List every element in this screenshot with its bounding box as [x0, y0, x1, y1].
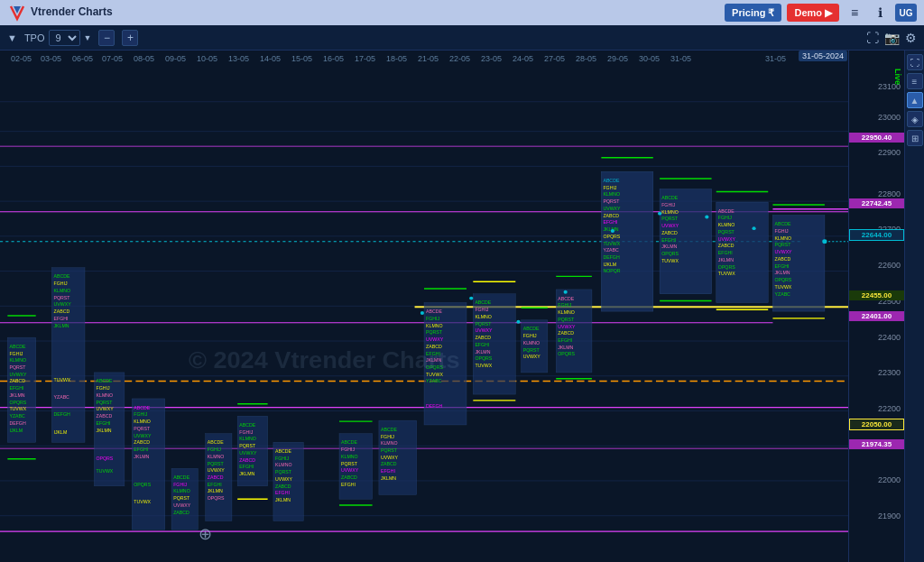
tpo-select[interactable]: 9 — [49, 30, 80, 46]
svg-text:PQRST: PQRST — [475, 321, 491, 327]
date-label-17: 24-05 — [513, 54, 533, 63]
svg-text:FGHIJ: FGHIJ — [558, 302, 572, 308]
svg-text:KLMNO: KLMNO — [208, 454, 225, 459]
price-22800: 22800 — [878, 189, 901, 198]
svg-text:JKLMN: JKLMN — [558, 345, 573, 350]
tpo-label-area: TPO 9 ▼ — [24, 30, 92, 46]
svg-text:OPQRS: OPQRS — [134, 482, 151, 487]
rt-layout-button[interactable]: ⊞ — [907, 130, 923, 146]
svg-text:FGHIJ: FGHIJ — [134, 411, 148, 417]
price-22400: 22400 — [878, 333, 901, 342]
svg-text:PQRST: PQRST — [341, 461, 357, 466]
svg-text:UVWXY: UVWXY — [97, 407, 115, 412]
svg-text:ABCDE: ABCDE — [426, 309, 443, 314]
svg-text:KLMNO: KLMNO — [426, 323, 443, 328]
svg-text:PQRST: PQRST — [661, 217, 678, 222]
svg-text:EFGHI: EFGHI — [275, 491, 290, 496]
date-label-7: 10-05 — [197, 54, 217, 63]
svg-text:FGHIJ: FGHIJ — [275, 456, 290, 461]
svg-text:PQRST: PQRST — [558, 317, 574, 322]
svg-text:UVWXY: UVWXY — [134, 433, 152, 438]
svg-text:ABCDE: ABCDE — [523, 327, 541, 332]
svg-text:JKLMN: JKLMN — [718, 257, 734, 263]
svg-text:IJKLM: IJKLM — [9, 428, 23, 433]
svg-text:UVWXY: UVWXY — [9, 372, 27, 377]
toolbar-dropdown-icon: ▼ — [84, 33, 92, 42]
svg-point-234 — [516, 320, 520, 324]
svg-text:JKLMN: JKLMN — [775, 271, 790, 276]
svg-text:ABCDE: ABCDE — [9, 344, 26, 349]
svg-text:ABCDE: ABCDE — [775, 221, 792, 226]
date-label-1: 02-05 — [11, 54, 32, 63]
date-label-22: 31-05 — [670, 54, 691, 63]
toolbar-right: ⛶ 📷 ⚙ — [866, 31, 917, 45]
svg-text:UVWXY: UVWXY — [381, 455, 399, 460]
svg-text:ZABCD: ZABCD — [208, 474, 224, 480]
svg-text:FGHIJ: FGHIJ — [239, 429, 254, 435]
svg-text:OPQRS: OPQRS — [558, 352, 575, 357]
svg-text:PQRST: PQRST — [208, 461, 224, 466]
svg-text:UVWXY: UVWXY — [603, 206, 621, 211]
svg-text:ZABCD: ZABCD — [661, 230, 678, 235]
svg-point-238 — [705, 216, 708, 219]
date-label-8: 13-05 — [228, 54, 249, 63]
date-label-5: 08-05 — [134, 54, 154, 63]
svg-point-233 — [469, 297, 473, 300]
price-tag-22401: 22401.00 — [849, 311, 904, 321]
tpo-label: TPO — [24, 32, 45, 43]
svg-text:FGHIJ: FGHIJ — [97, 385, 111, 391]
svg-text:ZABCD: ZABCD — [341, 474, 357, 480]
price-23000: 23000 — [878, 113, 901, 122]
hamburger-button[interactable]: ≡ — [845, 3, 864, 23]
svg-text:ABCDE: ABCDE — [134, 405, 151, 410]
svg-text:ZABCD: ZABCD — [9, 379, 25, 384]
svg-text:JKLMN: JKLMN — [208, 489, 223, 494]
rt-indicator1-button[interactable]: ▲ — [907, 92, 923, 108]
price-22200: 22200 — [878, 404, 901, 413]
svg-text:EFGHI: EFGHI — [381, 468, 395, 474]
svg-text:ABCDE: ABCDE — [341, 439, 358, 445]
rt-grid-button[interactable]: ≡ — [907, 73, 923, 89]
right-toolbar: ⛶ ≡ ▲ ◈ ⊞ — [904, 51, 924, 562]
demo-button[interactable]: Demo ▶ — [787, 4, 839, 22]
date-label-11: 16-05 — [323, 54, 344, 63]
date-label-15: 22-05 — [449, 54, 470, 63]
vtrender-logo-icon — [7, 3, 27, 23]
svg-text:KLMNO: KLMNO — [54, 288, 71, 293]
toolbar-dropdown-area: ▼ — [7, 32, 17, 43]
date-label-6: 09-05 — [165, 54, 186, 63]
svg-text:DEFGH: DEFGH — [603, 254, 620, 260]
price-tag-21974: 21974.35 — [849, 439, 904, 449]
settings-icon[interactable]: ⚙ — [905, 31, 917, 45]
svg-point-239 — [752, 226, 755, 230]
rt-indicator2-button[interactable]: ◈ — [907, 111, 923, 127]
svg-text:JKLMN: JKLMN — [134, 454, 149, 459]
camera-icon[interactable]: 📷 — [884, 31, 900, 45]
svg-text:NOPQR: NOPQR — [603, 269, 620, 274]
plus-button[interactable]: + — [122, 30, 138, 46]
svg-text:YZABC: YZABC — [9, 413, 25, 419]
svg-text:JKLMN: JKLMN — [54, 323, 69, 328]
svg-text:TUVWX: TUVWX — [9, 407, 26, 412]
svg-text:ZABCD: ZABCD — [54, 309, 70, 314]
svg-text:ABCDE: ABCDE — [54, 274, 71, 280]
svg-text:FGHIJ: FGHIJ — [208, 447, 222, 452]
svg-text:PQRST: PQRST — [523, 347, 540, 353]
fullscreen-icon[interactable]: ⛶ — [866, 31, 879, 45]
svg-text:OPQRS: OPQRS — [775, 277, 792, 282]
svg-text:KLMNO: KLMNO — [134, 419, 151, 424]
svg-text:EFGHI: EFGHI — [239, 465, 254, 470]
rt-expand-button[interactable]: ⛶ — [907, 54, 923, 70]
pricing-button[interactable]: Pricing ₹ — [725, 4, 781, 22]
svg-text:TUVWX: TUVWX — [603, 241, 620, 246]
svg-text:YZABC: YZABC — [603, 247, 619, 253]
main-area: 02-05 03-05 06-05 07-05 08-05 09-05 10-0… — [0, 51, 924, 562]
minus-button[interactable]: − — [98, 30, 115, 46]
date-label-4: 07-05 — [102, 54, 123, 63]
svg-text:KLMNO: KLMNO — [275, 463, 292, 468]
svg-text:YZABC: YZABC — [54, 394, 70, 400]
svg-text:ABCDE: ABCDE — [475, 300, 492, 306]
date-label-9: 14-05 — [260, 54, 281, 63]
info-button[interactable]: ℹ — [870, 3, 890, 23]
svg-text:ABCDE: ABCDE — [239, 422, 256, 428]
